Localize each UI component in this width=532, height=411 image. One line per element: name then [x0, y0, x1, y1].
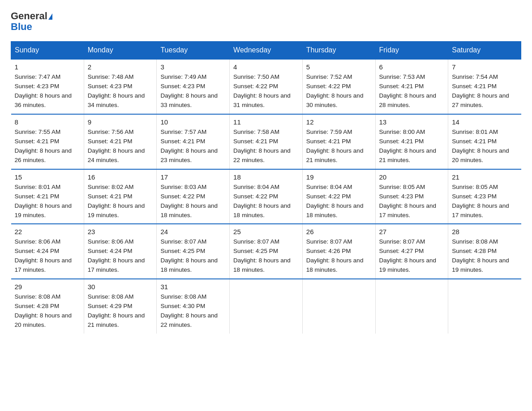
day-cell: 21 Sunrise: 8:05 AMSunset: 4:23 PMDaylig… — [448, 169, 521, 224]
day-info: Sunrise: 8:07 AMSunset: 4:26 PMDaylight:… — [306, 237, 372, 275]
day-info: Sunrise: 7:57 AMSunset: 4:21 PMDaylight:… — [160, 128, 226, 165]
day-info: Sunrise: 8:01 AMSunset: 4:21 PMDaylight:… — [452, 128, 517, 165]
day-number: 21 — [452, 173, 517, 181]
day-number: 29 — [15, 283, 80, 291]
day-number: 20 — [379, 173, 445, 181]
day-number: 19 — [306, 173, 372, 181]
week-row-3: 15 Sunrise: 8:01 AMSunset: 4:21 PMDaylig… — [11, 169, 521, 224]
day-cell: 6 Sunrise: 7:53 AMSunset: 4:21 PMDayligh… — [375, 59, 448, 114]
day-number: 8 — [15, 118, 80, 126]
day-cell: 12 Sunrise: 7:59 AMSunset: 4:21 PMDaylig… — [302, 114, 375, 169]
day-cell: 26 Sunrise: 8:07 AMSunset: 4:26 PMDaylig… — [302, 224, 375, 279]
day-number: 18 — [233, 173, 299, 181]
day-number: 4 — [233, 63, 299, 71]
day-info: Sunrise: 7:50 AMSunset: 4:22 PMDaylight:… — [233, 73, 299, 110]
week-row-1: 1 Sunrise: 7:47 AMSunset: 4:23 PMDayligh… — [11, 59, 521, 114]
day-info: Sunrise: 7:58 AMSunset: 4:21 PMDaylight:… — [233, 128, 299, 165]
col-tuesday: Tuesday — [157, 42, 230, 60]
day-info: Sunrise: 8:02 AMSunset: 4:21 PMDaylight:… — [88, 183, 153, 220]
day-cell: 27 Sunrise: 8:07 AMSunset: 4:27 PMDaylig… — [375, 224, 448, 279]
day-number: 22 — [15, 228, 80, 235]
logo-blue-text: Blue — [11, 21, 52, 32]
day-info: Sunrise: 8:06 AMSunset: 4:24 PMDaylight:… — [15, 237, 80, 275]
page-header: General Blue — [11, 11, 521, 32]
logo-triangle-icon — [48, 13, 52, 20]
day-number: 12 — [306, 118, 372, 126]
day-info: Sunrise: 7:53 AMSunset: 4:21 PMDaylight:… — [379, 73, 445, 110]
day-number: 23 — [88, 228, 153, 235]
day-cell: 19 Sunrise: 8:04 AMSunset: 4:22 PMDaylig… — [302, 169, 375, 224]
calendar-body: 1 Sunrise: 7:47 AMSunset: 4:23 PMDayligh… — [11, 59, 521, 333]
day-info: Sunrise: 8:08 AMSunset: 4:28 PMDaylight:… — [452, 237, 517, 275]
day-cell: 2 Sunrise: 7:48 AMSunset: 4:23 PMDayligh… — [84, 59, 157, 114]
header-row: Sunday Monday Tuesday Wednesday Thursday… — [11, 42, 521, 60]
day-number: 10 — [160, 118, 226, 126]
logo-general-text: General — [11, 10, 47, 21]
day-cell: 16 Sunrise: 8:02 AMSunset: 4:21 PMDaylig… — [84, 169, 157, 224]
day-number: 1 — [15, 63, 80, 71]
day-number: 3 — [160, 63, 226, 71]
day-number: 14 — [452, 118, 517, 126]
day-cell — [448, 279, 521, 334]
day-number: 26 — [306, 228, 372, 235]
day-info: Sunrise: 8:00 AMSunset: 4:21 PMDaylight:… — [379, 128, 445, 165]
day-cell: 23 Sunrise: 8:06 AMSunset: 4:24 PMDaylig… — [84, 224, 157, 279]
day-info: Sunrise: 8:07 AMSunset: 4:25 PMDaylight:… — [233, 237, 299, 275]
day-number: 30 — [88, 283, 153, 291]
day-number: 15 — [15, 173, 80, 181]
day-info: Sunrise: 8:04 AMSunset: 4:22 PMDaylight:… — [233, 183, 299, 220]
col-wednesday: Wednesday — [230, 42, 303, 60]
day-cell — [230, 279, 303, 334]
day-info: Sunrise: 7:47 AMSunset: 4:23 PMDaylight:… — [15, 73, 80, 110]
calendar-header: Sunday Monday Tuesday Wednesday Thursday… — [11, 42, 521, 60]
day-info: Sunrise: 7:59 AMSunset: 4:21 PMDaylight:… — [306, 128, 372, 165]
day-info: Sunrise: 8:05 AMSunset: 4:23 PMDaylight:… — [452, 183, 517, 220]
day-number: 2 — [88, 63, 153, 71]
day-info: Sunrise: 8:08 AMSunset: 4:30 PMDaylight:… — [160, 292, 226, 330]
day-cell: 13 Sunrise: 8:00 AMSunset: 4:21 PMDaylig… — [375, 114, 448, 169]
day-number: 31 — [160, 283, 226, 291]
col-monday: Monday — [84, 42, 157, 60]
day-cell — [302, 279, 375, 334]
day-number: 9 — [88, 118, 153, 126]
day-number: 16 — [88, 173, 153, 181]
day-number: 13 — [379, 118, 445, 126]
day-cell: 7 Sunrise: 7:54 AMSunset: 4:21 PMDayligh… — [448, 59, 521, 114]
day-info: Sunrise: 8:06 AMSunset: 4:24 PMDaylight:… — [88, 237, 153, 275]
day-number: 17 — [160, 173, 226, 181]
week-row-4: 22 Sunrise: 8:06 AMSunset: 4:24 PMDaylig… — [11, 224, 521, 279]
day-cell: 30 Sunrise: 8:08 AMSunset: 4:29 PMDaylig… — [84, 279, 157, 334]
day-cell: 8 Sunrise: 7:55 AMSunset: 4:21 PMDayligh… — [11, 114, 84, 169]
day-number: 7 — [452, 63, 517, 71]
col-sunday: Sunday — [11, 42, 84, 60]
day-cell: 1 Sunrise: 7:47 AMSunset: 4:23 PMDayligh… — [11, 59, 84, 114]
day-cell: 28 Sunrise: 8:08 AMSunset: 4:28 PMDaylig… — [448, 224, 521, 279]
week-row-5: 29 Sunrise: 8:08 AMSunset: 4:28 PMDaylig… — [11, 279, 521, 334]
day-info: Sunrise: 8:08 AMSunset: 4:29 PMDaylight:… — [88, 292, 153, 330]
logo: General Blue — [11, 11, 52, 32]
day-info: Sunrise: 7:52 AMSunset: 4:22 PMDaylight:… — [306, 73, 372, 110]
day-number: 5 — [306, 63, 372, 71]
day-info: Sunrise: 8:07 AMSunset: 4:27 PMDaylight:… — [379, 237, 445, 275]
day-cell: 29 Sunrise: 8:08 AMSunset: 4:28 PMDaylig… — [11, 279, 84, 334]
day-number: 28 — [452, 228, 517, 235]
day-cell: 5 Sunrise: 7:52 AMSunset: 4:22 PMDayligh… — [302, 59, 375, 114]
day-cell: 4 Sunrise: 7:50 AMSunset: 4:22 PMDayligh… — [230, 59, 303, 114]
day-number: 25 — [233, 228, 299, 235]
day-cell: 14 Sunrise: 8:01 AMSunset: 4:21 PMDaylig… — [448, 114, 521, 169]
day-info: Sunrise: 8:05 AMSunset: 4:23 PMDaylight:… — [379, 183, 445, 220]
day-info: Sunrise: 7:49 AMSunset: 4:23 PMDaylight:… — [160, 73, 226, 110]
day-info: Sunrise: 8:04 AMSunset: 4:22 PMDaylight:… — [306, 183, 372, 220]
day-cell: 11 Sunrise: 7:58 AMSunset: 4:21 PMDaylig… — [230, 114, 303, 169]
day-cell: 9 Sunrise: 7:56 AMSunset: 4:21 PMDayligh… — [84, 114, 157, 169]
day-cell: 17 Sunrise: 8:03 AMSunset: 4:22 PMDaylig… — [157, 169, 230, 224]
day-cell: 25 Sunrise: 8:07 AMSunset: 4:25 PMDaylig… — [230, 224, 303, 279]
col-friday: Friday — [375, 42, 448, 60]
day-info: Sunrise: 7:48 AMSunset: 4:23 PMDaylight:… — [88, 73, 153, 110]
week-row-2: 8 Sunrise: 7:55 AMSunset: 4:21 PMDayligh… — [11, 114, 521, 169]
day-cell: 24 Sunrise: 8:07 AMSunset: 4:25 PMDaylig… — [157, 224, 230, 279]
day-info: Sunrise: 8:01 AMSunset: 4:21 PMDaylight:… — [15, 183, 80, 220]
day-cell: 20 Sunrise: 8:05 AMSunset: 4:23 PMDaylig… — [375, 169, 448, 224]
day-info: Sunrise: 7:55 AMSunset: 4:21 PMDaylight:… — [15, 128, 80, 165]
day-cell — [375, 279, 448, 334]
